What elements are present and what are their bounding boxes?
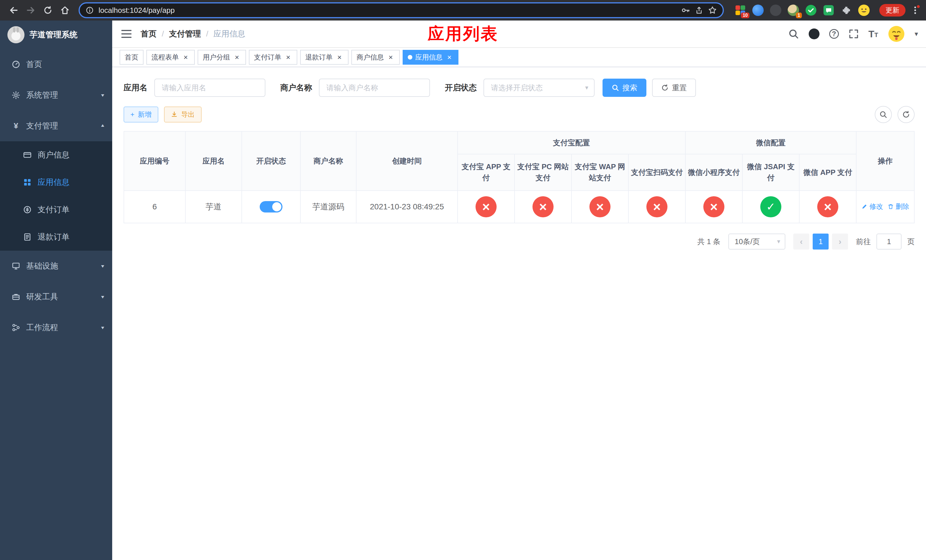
- gear-icon: [11, 91, 21, 100]
- current-page-button[interactable]: 1: [813, 233, 829, 250]
- user-avatar[interactable]: [888, 25, 905, 42]
- reset-button[interactable]: 重置: [652, 79, 696, 97]
- add-button-label: 新增: [138, 110, 151, 119]
- tab-user-group[interactable]: 用户分组 ×: [198, 50, 246, 65]
- breadcrumb-home[interactable]: 首页: [141, 29, 157, 39]
- chevron-down-icon: ▾: [101, 263, 104, 269]
- close-tab-icon[interactable]: ×: [233, 53, 241, 61]
- col-header-alipay-qr: 支付宝扫码支付: [628, 154, 685, 191]
- tab-process-form[interactable]: 流程表单 ×: [146, 50, 195, 65]
- fullscreen-icon[interactable]: [849, 29, 859, 39]
- tab-label: 退款订单: [305, 53, 333, 62]
- share-icon[interactable]: [695, 6, 703, 15]
- close-tab-icon[interactable]: ×: [387, 53, 395, 61]
- breadcrumb-payment[interactable]: 支付管理: [169, 29, 201, 39]
- sidebar-item-label: 系统管理: [26, 90, 95, 101]
- merchant-name-label: 商户名称: [280, 82, 312, 93]
- tab-app-info[interactable]: 应用信息 ×: [402, 50, 458, 65]
- breadcrumb-current: 应用信息: [213, 29, 245, 39]
- table-row: 6 芋道 芋道源码 2021-10-23 08:49:25: [124, 191, 914, 223]
- cell-alipay-qr: [628, 191, 685, 223]
- update-button[interactable]: 更新: [879, 4, 905, 17]
- sidebar-item-app-info[interactable]: 应用信息: [0, 169, 112, 196]
- cell-wx-lite: [685, 191, 742, 223]
- forward-button[interactable]: [23, 2, 39, 18]
- avatar-dropdown-icon[interactable]: ▾: [915, 30, 918, 38]
- sidebar-item-workflow[interactable]: 工作流程 ▾: [0, 312, 112, 343]
- sidebar-item-refund-order[interactable]: 退款订单: [0, 223, 112, 251]
- address-bar[interactable]: localhost:1024/pay/app: [79, 2, 724, 18]
- next-page-button[interactable]: ›: [832, 233, 848, 250]
- add-button[interactable]: + 新增: [124, 106, 158, 123]
- sidebar-item-devtools[interactable]: 研发工具 ▾: [0, 282, 112, 312]
- github-icon[interactable]: [809, 29, 820, 39]
- sidebar-item-home[interactable]: 首页: [0, 49, 112, 80]
- toolbar-right: [875, 106, 915, 123]
- ext-green-chat-icon[interactable]: [822, 4, 835, 17]
- delete-button[interactable]: 删除: [888, 202, 909, 211]
- prev-page-button[interactable]: ‹: [793, 233, 809, 250]
- group-header-wechat: 微信配置: [685, 131, 856, 154]
- dashboard-icon: [11, 60, 21, 69]
- channel-status-icon: [533, 196, 554, 217]
- browser-menu-icon[interactable]: [910, 4, 920, 17]
- tabs-bar: 首页 流程表单 × 用户分组 × 支付订单 × 退款订单 ×: [112, 48, 926, 67]
- ext-wechat-check-icon[interactable]: [805, 4, 817, 17]
- url-text: localhost:1024/pay/app: [98, 6, 676, 15]
- close-tab-icon[interactable]: ×: [445, 53, 453, 61]
- col-header-actions: 操作: [856, 131, 914, 191]
- yen-icon: ¥: [11, 121, 21, 130]
- tab-refund-order[interactable]: 退款订单 ×: [300, 50, 348, 65]
- font-size-icon[interactable]: TT: [869, 29, 878, 39]
- ext-grid-icon[interactable]: 10: [734, 4, 747, 17]
- tab-home[interactable]: 首页: [120, 50, 144, 65]
- home-button[interactable]: [57, 2, 73, 18]
- app-name-label: 应用名: [124, 82, 147, 93]
- active-tab-dot: [408, 55, 412, 59]
- cell-alipay-pc: [514, 191, 572, 223]
- goto-label: 前往: [856, 237, 871, 247]
- toggle-search-button[interactable]: [875, 106, 892, 123]
- sidebar-item-system[interactable]: 系统管理 ▾: [0, 80, 112, 110]
- channel-status-icon: [646, 196, 667, 217]
- app-name-input[interactable]: [154, 79, 265, 97]
- close-tab-icon[interactable]: ×: [336, 53, 343, 61]
- site-info-icon[interactable]: [85, 6, 94, 15]
- delete-button-label: 删除: [896, 202, 909, 211]
- reload-button[interactable]: [40, 2, 56, 18]
- cell-app-name: 芋道: [185, 191, 242, 223]
- ext-avatar-icon[interactable]: 1: [787, 4, 800, 17]
- bookmark-star-icon[interactable]: [708, 6, 717, 15]
- status-select[interactable]: 请选择开启状态 ▾: [484, 79, 595, 97]
- export-button[interactable]: 导出: [164, 106, 201, 123]
- sidebar-item-merchant-info[interactable]: 商户信息: [0, 141, 112, 169]
- back-button[interactable]: [6, 2, 22, 18]
- close-tab-icon[interactable]: ×: [182, 53, 190, 61]
- search-button[interactable]: 搜索: [602, 79, 646, 97]
- help-icon[interactable]: ?: [829, 29, 839, 39]
- page-title: 应用列表: [428, 23, 498, 45]
- sidebar-item-infra[interactable]: 基础设施 ▾: [0, 251, 112, 282]
- search-icon[interactable]: [788, 29, 799, 39]
- ext-dark-icon[interactable]: [769, 4, 782, 17]
- sidebar-collapse-icon[interactable]: [121, 30, 132, 38]
- tab-merchant-info[interactable]: 商户信息 ×: [351, 50, 400, 65]
- profile-avatar-icon[interactable]: [858, 4, 870, 17]
- ext-blue-icon[interactable]: [752, 4, 764, 17]
- status-toggle[interactable]: [260, 201, 283, 212]
- sidebar-item-pay-order[interactable]: 支付订单: [0, 196, 112, 223]
- refresh-button[interactable]: [897, 106, 915, 123]
- goto-page-input[interactable]: [876, 233, 902, 250]
- tab-label: 支付订单: [254, 53, 281, 62]
- password-key-icon[interactable]: [681, 6, 690, 15]
- edit-button[interactable]: 修改: [861, 202, 883, 211]
- close-tab-icon[interactable]: ×: [284, 53, 292, 61]
- page-size-select[interactable]: 10条/页 ▾: [728, 233, 785, 250]
- cell-alipay-wap: [572, 191, 628, 223]
- sidebar-item-payment[interactable]: ¥ 支付管理 ▾: [0, 110, 112, 141]
- sidebar-item-label: 应用信息: [38, 177, 104, 188]
- merchant-name-input[interactable]: [319, 79, 430, 97]
- top-navbar: 首页 / 支付管理 / 应用信息 应用列表 ?: [112, 21, 926, 48]
- extensions-puzzle-icon[interactable]: [840, 4, 853, 17]
- tab-pay-order[interactable]: 支付订单 ×: [249, 50, 297, 65]
